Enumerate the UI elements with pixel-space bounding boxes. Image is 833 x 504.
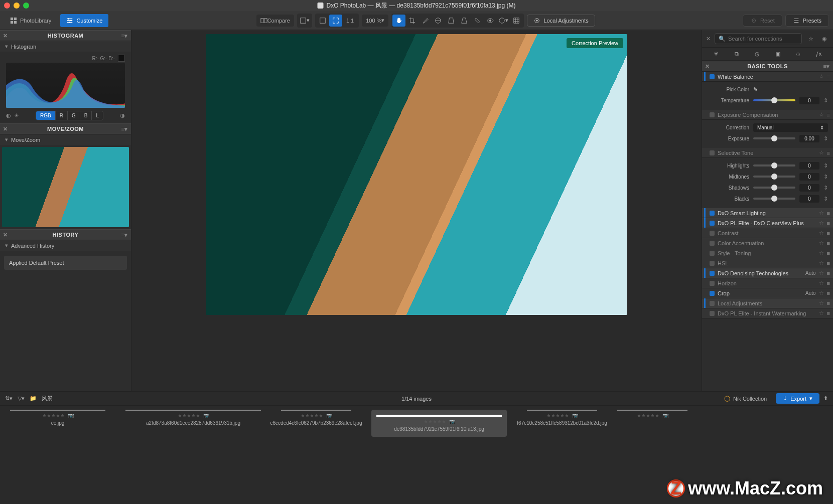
rating-stars[interactable]: ★★★★★ bbox=[637, 413, 659, 418]
rating-stars[interactable]: ★★★★★ bbox=[301, 413, 323, 418]
channel-l[interactable]: L bbox=[91, 111, 103, 120]
tool-row[interactable]: CropAuto☆≡ bbox=[702, 288, 833, 298]
repair-tool[interactable] bbox=[471, 15, 484, 27]
hand-tool[interactable] bbox=[392, 15, 405, 27]
menu-icon[interactable]: ≡ bbox=[827, 260, 830, 266]
menu-icon[interactable]: ≡ bbox=[827, 220, 830, 226]
highlight-clip-icon[interactable]: ◑ bbox=[120, 112, 125, 119]
nik-collection-button[interactable]: ◯ Nik Collection bbox=[719, 394, 772, 403]
effects-category-icon[interactable]: ƒx bbox=[814, 51, 824, 57]
ratio-11-button[interactable]: 1:1 bbox=[342, 15, 358, 27]
tool-row[interactable]: Local Adjustments☆≡ bbox=[702, 298, 833, 308]
star-icon[interactable]: ☆ bbox=[819, 290, 824, 296]
thumbnail[interactable]: ★★★★★📷 ce.jpg bbox=[10, 410, 105, 426]
menu-icon[interactable]: ≡ bbox=[827, 270, 830, 276]
tool-row[interactable]: Color Accentuation☆≡ bbox=[702, 238, 833, 248]
midtones-slider[interactable] bbox=[753, 176, 795, 178]
active-filter-icon[interactable]: ◉ bbox=[819, 36, 829, 42]
stepper-icon[interactable]: ⇕ bbox=[823, 174, 828, 180]
close-icon[interactable]: ✕ bbox=[3, 33, 8, 39]
star-icon[interactable]: ☆ bbox=[819, 149, 824, 156]
star-icon[interactable]: ☆ bbox=[819, 230, 824, 236]
presets-button[interactable]: Presets bbox=[785, 15, 829, 27]
thumbnail[interactable]: ★★★★★📷 a2fd873a8f60d1ece28287dd6361931b.… bbox=[125, 410, 261, 426]
tool-row[interactable]: DxO PL Elite - DxO ClearView Plus☆≡ bbox=[702, 218, 833, 228]
tool-row[interactable]: Horizon☆≡ bbox=[702, 278, 833, 288]
tool-row[interactable]: Contrast☆≡ bbox=[702, 228, 833, 238]
exposure-value[interactable]: 0.00 bbox=[799, 135, 819, 142]
temperature-value[interactable]: 0 bbox=[799, 97, 819, 104]
menu-icon[interactable]: ≡ bbox=[827, 290, 830, 296]
star-icon[interactable]: ☆ bbox=[819, 310, 824, 316]
menu-icon[interactable]: ≡ bbox=[827, 150, 830, 156]
tool-selective-tone[interactable]: Selective Tone☆≡ bbox=[702, 148, 833, 158]
star-icon[interactable]: ☆ bbox=[819, 250, 824, 256]
stepper-icon[interactable]: ⇕ bbox=[823, 135, 828, 142]
perspective-tool[interactable] bbox=[445, 15, 458, 27]
menu-icon[interactable]: ≡▾ bbox=[121, 33, 128, 39]
geometry-category-icon[interactable]: ▣ bbox=[773, 51, 783, 57]
tool-row[interactable]: DxO PL Elite - Instant Watermarking☆≡ bbox=[702, 308, 833, 318]
filter-icon[interactable]: ▽▾ bbox=[18, 395, 25, 402]
color-category-icon[interactable]: ⧉ bbox=[732, 51, 742, 57]
eyedropper-icon[interactable]: ✎ bbox=[753, 86, 758, 93]
thumbnail-image[interactable] bbox=[617, 410, 687, 411]
tab-customize[interactable]: Customize bbox=[60, 14, 108, 27]
star-icon[interactable]: ☆ bbox=[819, 210, 824, 216]
zoom-dropdown[interactable]: 100 % ▾ bbox=[362, 15, 388, 27]
close-window[interactable] bbox=[4, 3, 10, 9]
grid-tool[interactable] bbox=[510, 15, 523, 27]
thumbnail[interactable]: ★★★★★📷 c6ccded4c6fc06279b7b2369e28afeef.… bbox=[281, 410, 351, 426]
movezoom-subheader[interactable]: ▾Move/Zoom bbox=[0, 134, 131, 145]
highlights-slider[interactable] bbox=[753, 164, 795, 166]
thumbnail-image[interactable] bbox=[10, 410, 105, 411]
share-icon[interactable]: ⬆ bbox=[823, 395, 828, 402]
tool-row[interactable]: DxO Smart Lighting☆≡ bbox=[702, 208, 833, 218]
star-icon[interactable]: ☆ bbox=[819, 270, 824, 276]
blacks-slider[interactable] bbox=[753, 198, 795, 200]
shadow-clip-icon[interactable]: ◐ bbox=[6, 112, 11, 119]
menu-icon[interactable]: ≡▾ bbox=[121, 126, 128, 132]
history-subheader[interactable]: ▾Advanced History bbox=[0, 240, 131, 251]
channel-b[interactable]: B bbox=[80, 111, 92, 120]
compare-button[interactable]: Compare bbox=[256, 15, 294, 27]
channel-rgb[interactable]: RGB bbox=[36, 111, 55, 120]
horizon-tool[interactable] bbox=[432, 15, 445, 27]
close-icon[interactable]: ✕ bbox=[3, 126, 8, 132]
close-icon[interactable]: ✕ bbox=[705, 63, 710, 70]
light-category-icon[interactable]: ☀ bbox=[711, 51, 721, 57]
menu-icon[interactable]: ≡ bbox=[827, 74, 830, 80]
histogram-subheader[interactable]: ▾Histogram bbox=[0, 41, 131, 52]
rating-stars[interactable]: ★★★★★ bbox=[546, 413, 569, 418]
fit-button[interactable] bbox=[316, 15, 329, 27]
star-icon[interactable]: ☆ bbox=[819, 300, 824, 306]
thumbnail[interactable]: ★★★★★📷 de38135bfdd7921c7559f01f6f10fa13.… bbox=[371, 410, 507, 437]
star-icon[interactable]: ☆ bbox=[819, 240, 824, 246]
exposure-slider[interactable] bbox=[753, 137, 795, 139]
history-item[interactable]: Applied Default Preset bbox=[4, 256, 127, 270]
image-canvas[interactable]: Correction Preview bbox=[206, 34, 627, 315]
tool-white-balance[interactable]: White Balance☆≡ bbox=[702, 72, 833, 82]
thumbnail-image[interactable] bbox=[376, 415, 502, 417]
detail-category-icon[interactable]: ◷ bbox=[752, 51, 762, 57]
stepper-icon[interactable]: ⇕ bbox=[823, 196, 828, 202]
reset-button[interactable]: Reset bbox=[743, 15, 782, 27]
maximize-window[interactable] bbox=[23, 3, 29, 9]
menu-icon[interactable]: ≡ bbox=[827, 300, 830, 306]
tab-photo-library[interactable]: PhotoLibrary bbox=[4, 14, 57, 27]
tool-row[interactable]: Style - Toning☆≡ bbox=[702, 248, 833, 258]
star-icon[interactable]: ☆ bbox=[819, 111, 824, 118]
thumbnail-image[interactable] bbox=[527, 410, 597, 411]
shadows-slider[interactable] bbox=[753, 187, 795, 189]
star-icon[interactable]: ☆ bbox=[819, 220, 824, 226]
menu-icon[interactable]: ≡▾ bbox=[121, 232, 128, 238]
menu-icon[interactable]: ≡▾ bbox=[823, 63, 830, 70]
star-icon[interactable]: ☆ bbox=[819, 280, 824, 286]
tool-exposure[interactable]: Exposure Compensation☆≡ bbox=[702, 110, 833, 120]
search-input[interactable] bbox=[715, 33, 802, 44]
menu-icon[interactable]: ≡ bbox=[827, 230, 830, 236]
local-category-icon[interactable]: ⦶ bbox=[793, 51, 803, 57]
menu-icon[interactable]: ≡ bbox=[827, 210, 830, 216]
stepper-icon[interactable]: ⇕ bbox=[823, 185, 828, 191]
sort-icon[interactable]: ⇅▾ bbox=[5, 395, 13, 402]
